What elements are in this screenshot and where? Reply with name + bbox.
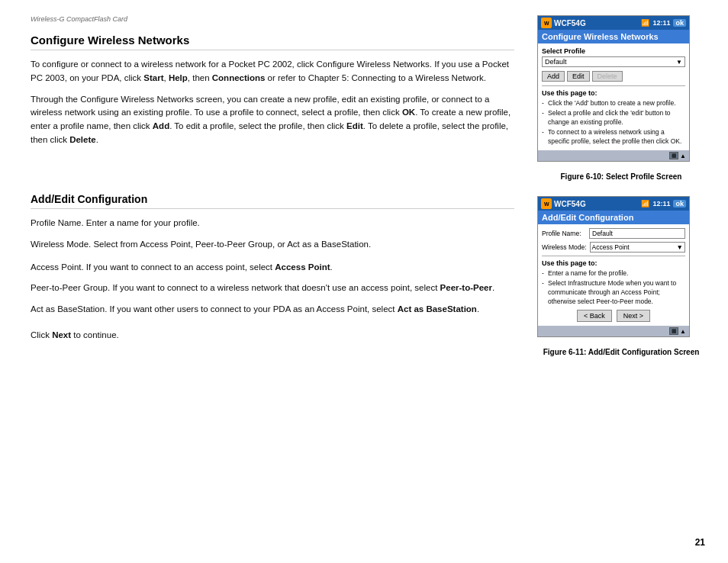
section1: Configure Wireless Networks To configure… — [31, 34, 514, 147]
section1-para1: To configure or connect to a wireless ne… — [31, 58, 514, 85]
section2-para3: Access Point. If you want to connect to … — [31, 261, 514, 275]
page-number: 21 — [695, 537, 705, 548]
pda1-body: Select Profile Default ▼ Add Edit Delete… — [538, 43, 689, 150]
pda1-select-profile[interactable]: Default ▼ — [542, 56, 685, 67]
section2-para4: Peer-to-Peer Group. If you want to conne… — [31, 282, 514, 295]
section1-para2: Through the Configure Wireless Networks … — [31, 93, 514, 147]
pda1-select-value: Default — [545, 58, 567, 66]
pda2-profile-input[interactable]: Default — [589, 228, 685, 239]
pda1-use-item-2: Select a profile and click the 'edit' bu… — [542, 109, 685, 127]
section2-para6: Click Next to continue. — [31, 329, 514, 343]
figure1-caption: Figure 6-10: Select Profile Screen — [537, 172, 705, 181]
pda1-use-list: Click the 'Add' button to create a new p… — [542, 99, 685, 146]
pda1-titlebar-right: 📶 12:11 ok — [641, 19, 686, 27]
pda2-mode-arrow: ▼ — [677, 243, 683, 251]
pda1-taskbar-arrow: ▲ — [680, 153, 686, 159]
pda2-titlebar-left: W WCF54G — [541, 198, 586, 209]
section2-para5: Act as BaseStation. If you want other us… — [31, 303, 514, 317]
pda2-taskbar: ▦ ▲ — [538, 326, 689, 336]
pda1-select-arrow: ▼ — [676, 59, 682, 66]
pda2-next-button[interactable]: Next > — [617, 310, 650, 322]
pda2-use-item-1: Enter a name for the profile. — [542, 269, 685, 278]
pda1-use-label: Use this page to: — [542, 89, 685, 97]
pda1-device-name: WCF54G — [554, 19, 586, 27]
section2: Add/Edit Configuration Profile Name. Ent… — [31, 193, 514, 343]
pda2-mode-row: Wireless Mode: Access Point ▼ — [542, 242, 685, 253]
pda1-btn-row: Add Edit Delete — [542, 71, 685, 82]
left-content: Wireless-G CompactFlash Card Configure W… — [31, 15, 522, 548]
pda2-titlebar-right: 📶 12:11 ok — [641, 200, 686, 208]
pda1-edit-button[interactable]: Edit — [567, 71, 590, 82]
pda2-body: Profile Name: Default Wireless Mode: Acc… — [538, 224, 689, 326]
pda1-use-item-3: To connect to a wireless network using a… — [542, 128, 685, 146]
pda-screen-2: W WCF54G 📶 12:11 ok Add/Edit Configurati… — [537, 196, 690, 337]
pda2-back-button[interactable]: < Back — [577, 310, 612, 322]
pda1-separator — [542, 85, 685, 86]
pda2-titlebar: W WCF54G 📶 12:11 ok — [538, 197, 689, 211]
pda2-signal: 📶 — [641, 200, 649, 208]
section1-title: Configure Wireless Networks — [31, 34, 514, 50]
section2-para1: Profile Name. Enter a name for your prof… — [31, 217, 514, 230]
pda2-separator — [542, 256, 685, 256]
right-content: W WCF54G 📶 12:11 ok Configure Wireless N… — [537, 15, 705, 548]
pda1-taskbar: ▦ ▲ — [538, 150, 689, 161]
section2-title: Add/Edit Configuration — [31, 193, 514, 209]
pda1-use-item-1: Click the 'Add' button to create a new p… — [542, 99, 685, 108]
pda2-taskbar-arrow: ▲ — [680, 328, 686, 335]
pda2-use-list: Enter a name for the profile. Select Inf… — [542, 269, 685, 307]
section2-para2: Wireless Mode. Select from Access Point,… — [31, 238, 514, 252]
figure2-caption: Figure 6-11: Add/Edit Configuration Scre… — [537, 348, 705, 356]
svg-text:W: W — [544, 201, 549, 207]
pda-screen-1: W WCF54G 📶 12:11 ok Configure Wireless N… — [537, 15, 690, 162]
product-label: Wireless-G CompactFlash Card — [31, 15, 514, 23]
pda2-mode-label: Wireless Mode: — [542, 243, 587, 251]
device-panel: W WCF54G 📶 12:11 ok Configure Wireless N… — [537, 15, 705, 364]
pda1-delete-button[interactable]: Delete — [592, 71, 623, 82]
pda1-signal: 📶 — [641, 19, 649, 27]
pda1-screen-title: Configure Wireless Networks — [538, 30, 689, 43]
pda2-profile-row: Profile Name: Default — [542, 228, 685, 239]
pda2-taskbar-icon: ▦ — [669, 327, 678, 335]
pda2-time: 12:11 — [652, 200, 670, 208]
pda2-ok-button[interactable]: ok — [673, 200, 686, 208]
pda2-device-name: WCF54G — [554, 200, 586, 208]
pda1-add-button[interactable]: Add — [542, 71, 565, 82]
pda1-time: 12:11 — [652, 19, 670, 27]
pda2-use-label: Use this page to: — [542, 259, 685, 267]
pda2-profile-label: Profile Name: — [542, 230, 586, 237]
pda1-titlebar-left: W WCF54G — [541, 18, 586, 28]
pda1-ok-button[interactable]: ok — [673, 19, 686, 27]
pda2-mode-select[interactable]: Access Point ▼ — [590, 242, 685, 253]
pda1-taskbar-icon: ▦ — [669, 152, 678, 159]
pda2-icon: W — [541, 198, 552, 209]
pda2-use-item-2: Select Infrastructure Mode when you want… — [542, 279, 685, 307]
pda1-icon: W — [541, 18, 552, 28]
pda2-screen-title: Add/Edit Configuration — [538, 211, 689, 224]
pda2-nav-row: < Back Next > — [542, 310, 685, 322]
pda1-titlebar: W WCF54G 📶 12:11 ok — [538, 16, 689, 30]
svg-text:W: W — [544, 21, 549, 26]
pda1-select-label: Select Profile — [542, 47, 685, 55]
